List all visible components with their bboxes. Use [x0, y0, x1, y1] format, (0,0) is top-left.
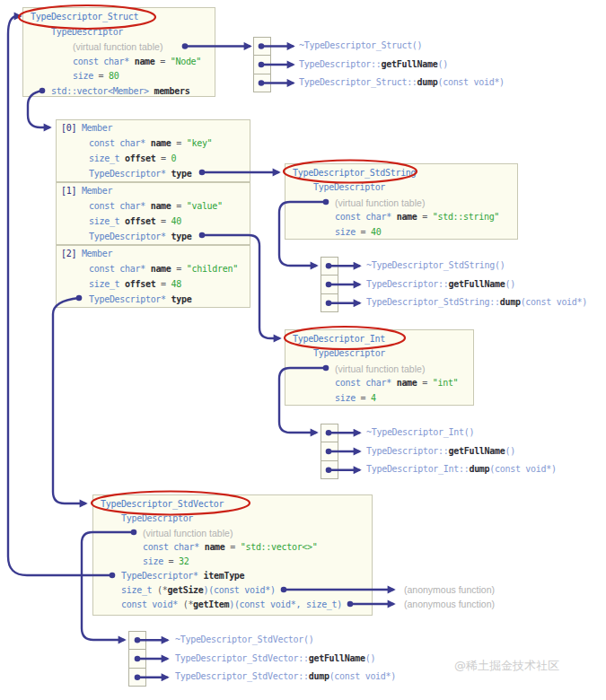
code-row: TypeDescriptor — [23, 25, 215, 40]
vtable-cell — [321, 461, 338, 478]
code-token: 40 — [171, 216, 181, 226]
code-row: (virtual function table) — [285, 196, 517, 210]
code-row: TypeDescriptor — [285, 180, 517, 195]
code-row: TypeDescriptor_StdVector::dump(const voi… — [175, 668, 396, 687]
code-token: size — [335, 227, 356, 237]
member-2-box: [2] Memberconst char* name = "children"s… — [56, 245, 250, 308]
code-token: = — [417, 212, 433, 222]
vtable-cell — [321, 424, 338, 442]
typedescriptor-int-box: TypeDescriptor_IntTypeDescriptor(virtual… — [285, 329, 474, 406]
vtable-stdvector-labels: ~TypeDescriptor_StdVector()TypeDescripto… — [175, 631, 396, 687]
code-token: name — [129, 57, 155, 66]
code-token: TypeDescriptor:: — [299, 59, 382, 69]
code-token: = — [163, 556, 179, 566]
code-token: const char* — [335, 212, 391, 222]
member-1-box: [1] Memberconst char* name = "value"size… — [56, 182, 250, 245]
vtable-struct-labels: ~TypeDescriptor_Struct()TypeDescriptor::… — [299, 37, 505, 92]
code-row: const char* name = "Node" — [23, 55, 215, 70]
anonymous-function-label: (anonymous function) — [404, 597, 495, 611]
code-row: TypeDescriptor_Int — [285, 332, 473, 346]
code-token: = — [155, 279, 171, 289]
code-token: Member — [76, 186, 112, 196]
code-token: "key" — [187, 138, 213, 148]
code-token: size — [335, 393, 356, 403]
code-token: TypeDescriptor — [313, 182, 385, 192]
code-token: "std::vector<>" — [241, 542, 318, 552]
vtable-int-labels: ~TypeDescriptor_Int()TypeDescriptor::get… — [366, 424, 557, 479]
code-row: TypeDescriptor — [93, 512, 372, 526]
code-token: const char* — [89, 201, 145, 211]
vtable-cell — [129, 669, 145, 686]
code-row: size_t offset = 40 — [57, 214, 250, 229]
code-row: ~TypeDescriptor_StdVector() — [175, 631, 396, 650]
code-token: size_t — [89, 279, 119, 289]
code-token: const char* — [335, 378, 391, 388]
anonymous-function-label: (anonymous function) — [404, 582, 495, 597]
code-token: TypeDescriptor* — [89, 294, 166, 304]
code-row: ~TypeDescriptor_Struct() — [299, 37, 505, 56]
code-token: (const void*) — [489, 464, 556, 474]
code-token: size — [73, 71, 93, 81]
code-token: TypeDescriptor_StdVector:: — [175, 653, 309, 663]
code-token: TypeDescriptor_Struct:: — [299, 77, 417, 87]
code-row: const char* name = "int" — [285, 376, 473, 390]
code-token: 32 — [179, 556, 189, 566]
code-row: TypeDescriptor::getFullName() — [366, 442, 557, 461]
code-token: (const void*) — [437, 77, 504, 87]
vtable-cell — [254, 74, 270, 92]
vtable-stdvector — [128, 631, 146, 687]
code-row: [2] Member — [57, 246, 250, 261]
member-0-box: [0] Memberconst char* name = "key"size_t… — [56, 119, 250, 182]
code-token: TypeDescriptor:: — [366, 446, 449, 456]
code-token: (virtual function table) — [335, 197, 425, 208]
code-token: 40 — [371, 227, 381, 237]
watermark: @稀土掘金技术社区 — [454, 658, 559, 674]
code-token: offset — [119, 216, 155, 226]
code-token: name — [145, 264, 171, 274]
code-token: name — [199, 542, 225, 552]
code-token: = — [171, 138, 187, 148]
code-token: (const void*) — [329, 671, 396, 681]
vtable-cell — [321, 258, 338, 276]
code-row: size = 32 — [93, 555, 372, 569]
code-token: TypeDescriptor — [51, 27, 123, 37]
code-token: TypeDescriptor_Int:: — [366, 464, 469, 474]
code-token: = — [155, 216, 171, 226]
vtable-cell — [321, 294, 338, 311]
code-token: const char* — [73, 57, 129, 66]
code-token: Member — [76, 123, 112, 133]
code-row: size_t offset = 48 — [57, 276, 250, 292]
code-token: Member — [76, 249, 112, 258]
code-token: () — [437, 59, 447, 69]
code-token: [2] — [61, 249, 76, 258]
code-row: TypeDescriptor* itemType — [93, 569, 372, 583]
code-token: name — [391, 378, 417, 388]
code-token: (* — [152, 585, 167, 595]
code-token: 4 — [371, 393, 376, 403]
code-row: const void* (*getItem)(const void*, size… — [93, 598, 372, 612]
code-row: [1] Member — [57, 183, 250, 198]
code-row: const char* name = "std::vector<>" — [93, 540, 372, 555]
code-token: getItem — [193, 599, 229, 609]
code-token: () — [505, 279, 514, 289]
code-row: const char* name = "key" — [57, 136, 250, 151]
code-row: TypeDescriptor_Struct — [23, 10, 215, 25]
vtable-cell — [254, 56, 270, 74]
code-row: TypeDescriptor — [285, 346, 473, 361]
code-row: size_t offset = 0 — [57, 151, 250, 166]
code-token: TypeDescriptor:: — [366, 279, 449, 289]
code-token: (const void*) — [521, 297, 587, 307]
code-token: (virtual function table) — [335, 363, 425, 374]
diagram-canvas: TypeDescriptor_StructTypeDescriptor(virt… — [0, 0, 606, 700]
code-token: "Node" — [171, 57, 201, 66]
code-token: const void* — [121, 599, 178, 609]
code-token: dump — [500, 297, 521, 307]
code-token: members — [149, 86, 190, 96]
code-row: size_t (*getSize)(const void*) — [93, 583, 372, 598]
code-token: name — [391, 212, 417, 222]
code-row: TypeDescriptor_Int::dump(const void*) — [366, 460, 557, 479]
code-row: ~TypeDescriptor_Int() — [366, 424, 557, 442]
code-token: = — [356, 393, 371, 403]
code-token: getFullName — [382, 59, 438, 69]
code-row: TypeDescriptor* type — [57, 292, 250, 307]
